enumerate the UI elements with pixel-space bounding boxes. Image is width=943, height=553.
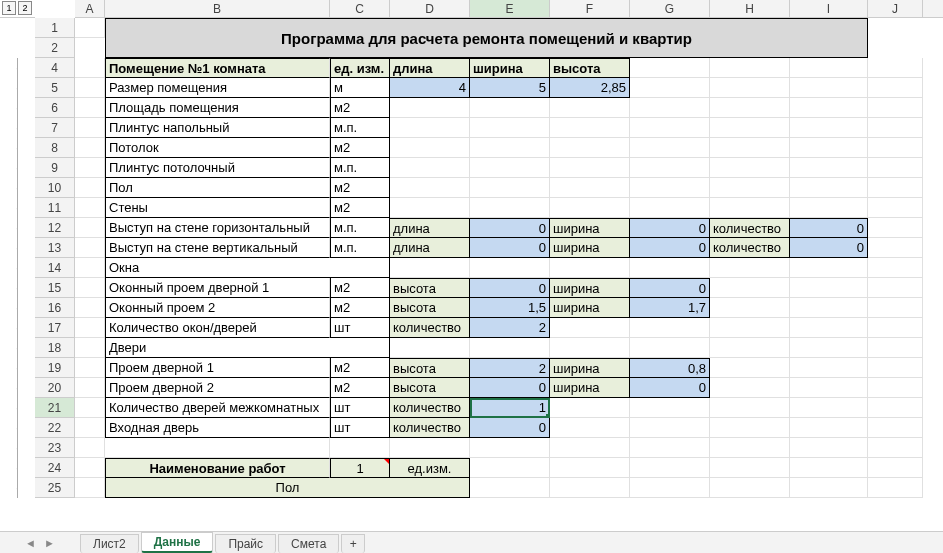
r21-e[interactable]: 1 bbox=[470, 398, 550, 418]
r13-d[interactable]: длина bbox=[390, 238, 470, 258]
r20-d[interactable]: высота bbox=[390, 378, 470, 398]
r13-h[interactable]: количество bbox=[710, 238, 790, 258]
r17-d[interactable]: количество bbox=[390, 318, 470, 338]
r20-f[interactable]: ширина bbox=[550, 378, 630, 398]
r20-unit[interactable]: м2 bbox=[330, 378, 390, 398]
row-header-14[interactable]: 14 bbox=[35, 258, 75, 278]
r22-d[interactable]: количество bbox=[390, 418, 470, 438]
r17-e[interactable]: 2 bbox=[470, 318, 550, 338]
row-header-6[interactable]: 6 bbox=[35, 98, 75, 118]
r16-name[interactable]: Оконный проем 2 bbox=[105, 298, 330, 318]
r24-name[interactable]: Наименование работ bbox=[105, 458, 330, 478]
r12-h[interactable]: количество bbox=[710, 218, 790, 238]
r22-e[interactable]: 0 bbox=[470, 418, 550, 438]
r15-e[interactable]: 0 bbox=[470, 278, 550, 298]
outline-level-2[interactable]: 2 bbox=[18, 1, 32, 15]
header-unit[interactable]: ед. изм. bbox=[330, 58, 390, 78]
r19-unit[interactable]: м2 bbox=[330, 358, 390, 378]
r6-name[interactable]: Площадь помещения bbox=[105, 98, 330, 118]
r18-name[interactable]: Двери bbox=[105, 338, 390, 358]
r5-name[interactable]: Размер помещения bbox=[105, 78, 330, 98]
row-header-2[interactable]: 2 bbox=[35, 38, 75, 58]
row-header-8[interactable]: 8 bbox=[35, 138, 75, 158]
row-header-22[interactable]: 22 bbox=[35, 418, 75, 438]
col-header-G[interactable]: G bbox=[630, 0, 710, 17]
tab-data[interactable]: Данные bbox=[141, 532, 214, 553]
r12-i[interactable]: 0 bbox=[790, 218, 868, 238]
r8-name[interactable]: Потолок bbox=[105, 138, 330, 158]
r12-g[interactable]: 0 bbox=[630, 218, 710, 238]
col-header-B[interactable]: B bbox=[105, 0, 330, 17]
cell-grid[interactable]: Программа для расчета ремонта помещений … bbox=[75, 18, 943, 531]
r12-e[interactable]: 0 bbox=[470, 218, 550, 238]
r11-unit[interactable]: м2 bbox=[330, 198, 390, 218]
r11-name[interactable]: Стены bbox=[105, 198, 330, 218]
r21-name[interactable]: Количество дверей межкомнатных bbox=[105, 398, 330, 418]
r12-d[interactable]: длина bbox=[390, 218, 470, 238]
row-header-4[interactable]: 4 bbox=[35, 58, 75, 78]
row-header-5[interactable]: 5 bbox=[35, 78, 75, 98]
row-header-24[interactable]: 24 bbox=[35, 458, 75, 478]
r7-name[interactable]: Плинтус напольный bbox=[105, 118, 330, 138]
r19-e[interactable]: 2 bbox=[470, 358, 550, 378]
row-header-21[interactable]: 21 bbox=[35, 398, 75, 418]
r19-d[interactable]: высота bbox=[390, 358, 470, 378]
r16-d[interactable]: высота bbox=[390, 298, 470, 318]
tab-price[interactable]: Прайс bbox=[215, 534, 276, 553]
r10-unit[interactable]: м2 bbox=[330, 178, 390, 198]
header-hgt[interactable]: высота bbox=[550, 58, 630, 78]
r12-unit[interactable]: м.п. bbox=[330, 218, 390, 238]
r13-name[interactable]: Выступ на стене вертикальный bbox=[105, 238, 330, 258]
r20-e[interactable]: 0 bbox=[470, 378, 550, 398]
row-header-13[interactable]: 13 bbox=[35, 238, 75, 258]
r22-name[interactable]: Входная дверь bbox=[105, 418, 330, 438]
r6-unit[interactable]: м2 bbox=[330, 98, 390, 118]
row-header-1[interactable]: 1 bbox=[35, 18, 75, 38]
r5-len[interactable]: 4 bbox=[390, 78, 470, 98]
r9-unit[interactable]: м.п. bbox=[330, 158, 390, 178]
row-header-23[interactable]: 23 bbox=[35, 438, 75, 458]
row-header-20[interactable]: 20 bbox=[35, 378, 75, 398]
header-wid[interactable]: ширина bbox=[470, 58, 550, 78]
r13-i[interactable]: 0 bbox=[790, 238, 868, 258]
r25-name[interactable]: Пол bbox=[105, 478, 470, 498]
outline-level-1[interactable]: 1 bbox=[2, 1, 16, 15]
r8-unit[interactable]: м2 bbox=[330, 138, 390, 158]
tab-add[interactable]: + bbox=[341, 534, 365, 553]
r5-wid[interactable]: 5 bbox=[470, 78, 550, 98]
r15-unit[interactable]: м2 bbox=[330, 278, 390, 298]
r10-name[interactable]: Пол bbox=[105, 178, 330, 198]
tab-sheet2[interactable]: Лист2 bbox=[80, 534, 139, 553]
r17-name[interactable]: Количество окон/дверей bbox=[105, 318, 330, 338]
r15-name[interactable]: Оконный проем дверной 1 bbox=[105, 278, 330, 298]
r12-f[interactable]: ширина bbox=[550, 218, 630, 238]
r9-name[interactable]: Плинтус потолочный bbox=[105, 158, 330, 178]
row-header-12[interactable]: 12 bbox=[35, 218, 75, 238]
r19-f[interactable]: ширина bbox=[550, 358, 630, 378]
r19-g[interactable]: 0,8 bbox=[630, 358, 710, 378]
r24-c[interactable]: 1 bbox=[330, 458, 390, 478]
r14-name[interactable]: Окна bbox=[105, 258, 390, 278]
r20-g[interactable]: 0 bbox=[630, 378, 710, 398]
r5-unit[interactable]: м bbox=[330, 78, 390, 98]
col-header-A[interactable]: A bbox=[75, 0, 105, 17]
tab-estimate[interactable]: Смета bbox=[278, 534, 339, 553]
row-header-18[interactable]: 18 bbox=[35, 338, 75, 358]
row-header-19[interactable]: 19 bbox=[35, 358, 75, 378]
r13-e[interactable]: 0 bbox=[470, 238, 550, 258]
r13-f[interactable]: ширина bbox=[550, 238, 630, 258]
row-header-7[interactable]: 7 bbox=[35, 118, 75, 138]
r24-d[interactable]: ед.изм. bbox=[390, 458, 470, 478]
header-room[interactable]: Помещение №1 комната bbox=[105, 58, 330, 78]
r16-g[interactable]: 1,7 bbox=[630, 298, 710, 318]
tab-nav-next[interactable]: ► bbox=[44, 537, 55, 549]
col-header-D[interactable]: D bbox=[390, 0, 470, 17]
col-header-H[interactable]: H bbox=[710, 0, 790, 17]
r16-f[interactable]: ширина bbox=[550, 298, 630, 318]
r16-e[interactable]: 1,5 bbox=[470, 298, 550, 318]
row-header-17[interactable]: 17 bbox=[35, 318, 75, 338]
r22-unit[interactable]: шт bbox=[330, 418, 390, 438]
header-len[interactable]: длина bbox=[390, 58, 470, 78]
r21-unit[interactable]: шт bbox=[330, 398, 390, 418]
r7-unit[interactable]: м.п. bbox=[330, 118, 390, 138]
